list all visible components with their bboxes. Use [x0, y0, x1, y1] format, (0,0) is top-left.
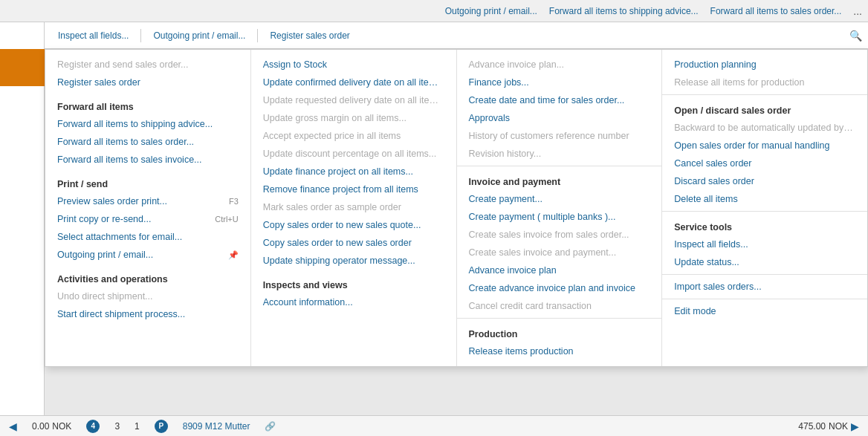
menu-item[interactable]: Forward all items to sales order... [45, 133, 250, 151]
menu-item[interactable]: Release items production [457, 342, 662, 360]
menu-item: Accept expected price in all items [251, 127, 456, 145]
menu-item[interactable]: Update finance project on all items... [251, 163, 456, 180]
menu-column-2: Assign to StockUpdate confirmed delivery… [251, 50, 457, 366]
menu-column-4: Production planningRelease all items for… [662, 50, 867, 366]
menu-item[interactable]: Forward all items to sales invoice... [45, 151, 250, 169]
status-amount: 0.00 NOK [32, 421, 71, 432]
menu-item[interactable]: Copy sales order to new sales order [251, 234, 456, 252]
search-input[interactable] [360, 30, 846, 41]
menu-item[interactable]: Remove finance project from all items [251, 180, 456, 198]
menu-item[interactable]: Delete all items [662, 190, 867, 208]
menu-item: Backward to be automatically updated by … [662, 119, 867, 137]
menu-item[interactable]: Assign to Stock [251, 56, 456, 74]
menu-separator [457, 166, 662, 166]
menu-item: Register and send sales order... [45, 56, 250, 74]
search-icon[interactable]: 🔍 [849, 30, 862, 42]
menu-item-shortcut: F3 [229, 197, 239, 206]
menu-item: Advance invoice plan... [457, 56, 662, 74]
menu-item-label: Print copy or re-send... [57, 214, 151, 224]
menu-item[interactable]: Create date and time for sales order... [457, 91, 662, 109]
menu-item[interactable]: Create advance invoice plan and invoice [457, 279, 662, 297]
tab-divider-2 [257, 29, 258, 42]
status-link-arrow: 🔗 [265, 421, 276, 432]
total-value: 475.00 [798, 421, 826, 432]
menu-item: Mark sales order as sample order [251, 198, 456, 216]
menu-item[interactable]: Print copy or re-send...Ctrl+U [45, 210, 250, 228]
count-value-2: 3 [114, 421, 120, 432]
menu-item[interactable]: Account information... [251, 293, 456, 311]
section-header: Open / discard sales order [662, 100, 867, 119]
count-value-3: 1 [135, 421, 140, 432]
status-bar: ◀ 0.00 NOK 4 3 1 P 8909 M12 Mutter 🔗 475… [0, 415, 868, 436]
nav-prev-arrow[interactable]: ◀ [9, 420, 17, 432]
menu-item[interactable]: Edit mode [662, 302, 867, 320]
menu-item: Cancel credit card transaction [457, 297, 662, 315]
icon-p-badge: P [155, 420, 168, 433]
menu-item: Update gross margin on all items... [251, 109, 456, 127]
menu-item[interactable]: Start direct shipment process... [45, 305, 250, 323]
menu-item[interactable]: Approvals [457, 109, 662, 127]
menu-item: Create sales invoice and payment... [457, 244, 662, 261]
tab-outgoing-print[interactable]: Outgoing print / email... [146, 26, 253, 45]
menu-item: Create sales invoice from sales order... [457, 226, 662, 244]
section-header: Invoice and payment [457, 171, 662, 190]
toolbar-outgoing-print[interactable]: Outgoing print / email... [445, 6, 537, 16]
menu-separator [662, 94, 867, 95]
menu-item[interactable]: Select attachments for email... [45, 228, 250, 246]
menu-item[interactable]: Preview sales order print...F3 [45, 192, 250, 210]
tab-divider-1 [140, 29, 141, 42]
sidebar-orange-highlight [0, 49, 45, 86]
menu-item[interactable]: Update confirmed delivery date on all it… [251, 74, 456, 91]
section-header: Service tools [662, 216, 867, 235]
menu-item[interactable]: Production planning [662, 56, 867, 74]
nav-next-arrow[interactable]: ▶ [851, 420, 859, 432]
menu-item-label: Outgoing print / email... [57, 250, 153, 260]
menu-item-shortcut: Ctrl+U [215, 215, 238, 224]
menu-item: Update requested delivery date on all it… [251, 91, 456, 109]
menu-item-label: Preview sales order print... [57, 196, 167, 206]
section-header: Forward all items [45, 96, 250, 115]
menu-separator [662, 274, 867, 275]
order-label[interactable]: 8909 M12 Mutter [183, 421, 250, 432]
menu-item[interactable]: Finance jobs... [457, 74, 662, 91]
menu-item[interactable]: Inspect all fields... [662, 235, 867, 253]
menu-item[interactable]: Copy sales order to new sales quote... [251, 216, 456, 234]
menu-item[interactable]: Update status... [662, 253, 867, 271]
menu-item[interactable]: Cancel sales order [662, 154, 867, 172]
menu-item[interactable]: Outgoing print / email...📌 [45, 246, 250, 264]
search-bar: Inspect all fields... Outgoing print / e… [45, 22, 868, 49]
section-header: Inspects and views [251, 274, 456, 293]
menu-item[interactable]: Advance invoice plan [457, 261, 662, 279]
menu-item: History of customers reference number [457, 127, 662, 145]
tab-register-sales[interactable]: Register sales order [262, 26, 357, 45]
menu-item[interactable]: Create payment ( multiple banks )... [457, 208, 662, 226]
menu-item[interactable]: Import sales orders... [662, 278, 867, 296]
tab-inspect-fields[interactable]: Inspect all fields... [51, 26, 136, 45]
count-badge-1: 4 [86, 420, 100, 433]
amount-value: 0.00 [32, 421, 49, 432]
dropdown-menu: Register and send sales order...Register… [45, 49, 868, 367]
section-header: Activities and operations [45, 268, 250, 287]
menu-item[interactable]: Open sales order for manual handling [662, 137, 867, 154]
menu-item: Undo direct shipment... [45, 287, 250, 305]
toolbar-forward-sales[interactable]: Forward all items to sales order... [710, 6, 842, 16]
pin-icon: 📌 [228, 250, 239, 260]
menu-item[interactable]: Discard sales order [662, 172, 867, 190]
menu-separator [662, 211, 867, 212]
toolbar-more-button[interactable]: ... [853, 5, 862, 17]
menu-item: Release all items for production [662, 74, 867, 91]
status-total: 475.00 NOK ▶ [798, 420, 859, 432]
section-header: Production [457, 323, 662, 342]
left-sidebar [0, 0, 45, 436]
section-header: Print / send [45, 173, 250, 192]
menu-separator [457, 318, 662, 319]
menu-item: Revision history... [457, 145, 662, 163]
menu-column-1: Register and send sales order...Register… [45, 50, 251, 366]
menu-item[interactable]: Create payment... [457, 190, 662, 208]
menu-item[interactable]: Forward all items to shipping advice... [45, 115, 250, 133]
top-toolbar: Outgoing print / email... Forward all it… [0, 0, 868, 22]
menu-item[interactable]: Update shipping operator message... [251, 252, 456, 270]
total-currency: NOK [829, 421, 848, 432]
menu-item[interactable]: Register sales order [45, 74, 250, 91]
toolbar-forward-shipping[interactable]: Forward all items to shipping advice... [549, 6, 699, 16]
